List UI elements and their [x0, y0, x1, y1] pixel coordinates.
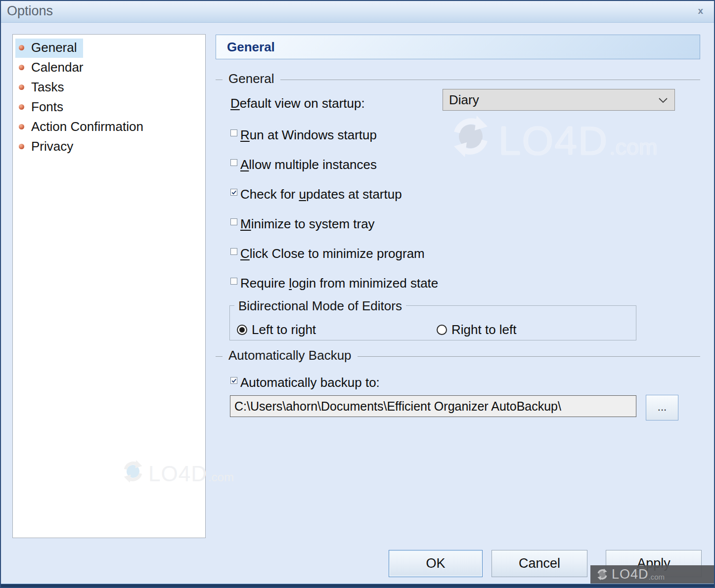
label-post: pdates at startup	[306, 187, 402, 202]
checkbox-box[interactable]	[230, 129, 237, 136]
label-post: efault view on startup:	[240, 96, 365, 111]
sidebar-item-label: Action Confirmation	[31, 119, 143, 134]
checkbox-box[interactable]	[230, 248, 237, 255]
checkbox-automatically-backup[interactable]: Automatically backup to:	[230, 375, 380, 390]
sidebar-item-fonts[interactable]: Fonts	[13, 97, 205, 117]
ok-button[interactable]: OK	[389, 550, 483, 577]
checkbox-label: Require login from minimized state	[240, 276, 438, 291]
sidebar-item-label: Calendar	[31, 60, 84, 75]
section-divider	[216, 356, 223, 357]
sidebar-item-privacy[interactable]: Privacy	[13, 137, 205, 157]
sidebar-item-general[interactable]: General	[13, 38, 205, 58]
section-title: Automatically Backup	[228, 348, 352, 363]
watermark-suffix: .com	[208, 470, 234, 484]
backup-path-input[interactable]: C:\Users\ahorn\Documents\Efficient Organ…	[230, 395, 636, 417]
chevron-down-icon	[659, 98, 668, 103]
label-post: lick Close to minimize program	[250, 246, 425, 261]
radio-right-to-left[interactable]: Right to left	[437, 322, 517, 337]
checkbox-check-for-updates[interactable]: Check for updates at startup	[230, 187, 606, 202]
watermark-suffix: .com	[609, 134, 658, 160]
bullet-icon	[19, 84, 24, 90]
label-accel: D	[230, 96, 240, 111]
label-post: Automatically backup to:	[240, 375, 380, 390]
checkbox-box[interactable]	[230, 278, 237, 285]
label-post: pply	[646, 556, 670, 571]
checkbox-label: Click Close to minimize program	[240, 246, 425, 261]
default-view-dropdown[interactable]: Diary	[443, 89, 675, 111]
checkbox-label: Allow multiple instances	[240, 157, 377, 172]
label-post: inimize to system tray	[251, 216, 375, 231]
label-post: un at Windows startup	[250, 127, 377, 142]
panel-header: General	[216, 35, 700, 59]
dropdown-selected-value: Diary	[443, 89, 674, 110]
watermark-text: LO4D	[148, 463, 207, 484]
lo4d-watermark: LO4D .com	[120, 459, 234, 484]
sidebar-item-inner[interactable]: Calendar	[15, 58, 89, 78]
bullet-icon	[19, 124, 24, 129]
title-bar: Options x	[1, 1, 714, 23]
label-accel: u	[299, 187, 306, 202]
sidebar-item-inner[interactable]: Action Confirmation	[15, 118, 149, 137]
bullet-icon	[19, 104, 24, 110]
sidebar-item-inner[interactable]: General	[15, 39, 83, 58]
radio-button[interactable]	[237, 325, 247, 335]
checkbox-label: Check for updates at startup	[240, 187, 402, 202]
checkbox-box[interactable]	[230, 189, 237, 196]
panel-title: General	[227, 40, 700, 55]
sidebar-item-inner[interactable]: Tasks	[15, 78, 70, 97]
sidebar-item-tasks[interactable]: Tasks	[13, 78, 205, 97]
options-dialog: Options x General Calendar Tasks F	[0, 0, 715, 588]
general-checkbox-group: Run at Windows startup Allow multiple in…	[230, 127, 606, 305]
window-bottom-border	[1, 584, 714, 587]
radio-button[interactable]	[437, 325, 447, 335]
lo4d-logo-icon	[120, 459, 146, 484]
bullet-icon	[19, 45, 24, 50]
apply-button[interactable]: Apply	[606, 550, 702, 577]
label-post: ogin from minimized state	[292, 276, 438, 291]
radio-left-to-right[interactable]: Left to right	[237, 322, 316, 337]
bullet-icon	[19, 65, 24, 70]
checkbox-click-close-minimize[interactable]: Click Close to minimize program	[230, 246, 606, 261]
sidebar-item-label: General	[31, 40, 77, 55]
checkbox-box[interactable]	[230, 159, 237, 166]
bullet-icon	[19, 144, 24, 149]
section-divider	[216, 80, 223, 80]
bidi-group-title: Bidirectional Mode of Editors	[234, 298, 406, 314]
checkbox-box[interactable]	[230, 377, 237, 384]
checkbox-allow-multiple-instances[interactable]: Allow multiple instances	[230, 157, 606, 172]
label-pre: Require	[240, 276, 289, 291]
cancel-button[interactable]: Cancel	[492, 550, 587, 577]
radio-label: Left to right	[252, 322, 316, 337]
label-post: llow multiple instances	[249, 157, 377, 172]
label-accel: C	[240, 246, 250, 261]
sidebar-item-label: Tasks	[31, 80, 64, 95]
section-title: General	[228, 71, 274, 86]
section-backup: Automatically Backup	[216, 349, 700, 364]
browse-button[interactable]: ...	[646, 395, 678, 420]
checkbox-label: Automatically backup to:	[240, 375, 380, 390]
window-title: Options	[7, 3, 53, 19]
close-icon[interactable]: x	[698, 5, 703, 16]
radio-label: Right to left	[451, 322, 517, 337]
check-icon	[231, 189, 237, 196]
sidebar-item-action-confirmation[interactable]: Action Confirmation	[13, 117, 205, 137]
label-accel: R	[240, 127, 250, 142]
section-divider	[280, 80, 701, 80]
label-pre: Check for	[240, 187, 299, 202]
sidebar-item-inner[interactable]: Fonts	[15, 98, 69, 117]
sidebar-item-label: Privacy	[31, 139, 73, 154]
checkbox-minimize-to-tray[interactable]: Minimize to system tray	[230, 216, 606, 232]
section-general: General	[216, 72, 700, 87]
label-accel: A	[240, 157, 249, 172]
label-accel: M	[240, 216, 251, 231]
checkbox-box[interactable]	[230, 218, 237, 225]
sidebar-item-inner[interactable]: Privacy	[15, 137, 79, 157]
checkbox-run-at-windows-startup[interactable]: Run at Windows startup	[230, 127, 606, 143]
radio-dot	[239, 327, 245, 333]
label-accel: A	[637, 556, 646, 571]
section-divider	[358, 356, 700, 357]
checkbox-require-login[interactable]: Require login from minimized state	[230, 276, 606, 291]
check-icon	[231, 378, 237, 384]
default-view-label: Default view on startup:	[230, 96, 365, 111]
sidebar-item-calendar[interactable]: Calendar	[13, 58, 205, 78]
